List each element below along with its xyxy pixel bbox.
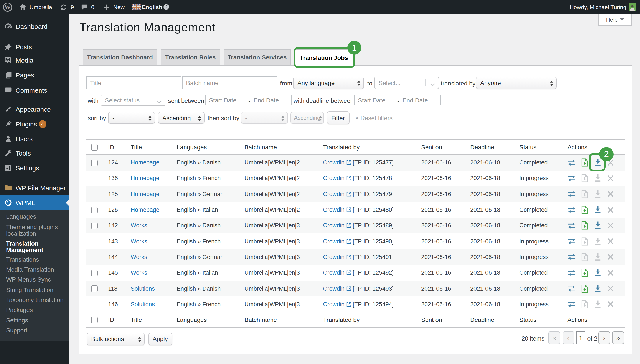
- svg-text:W: W: [5, 4, 11, 10]
- svg-text:?: ?: [165, 4, 167, 9]
